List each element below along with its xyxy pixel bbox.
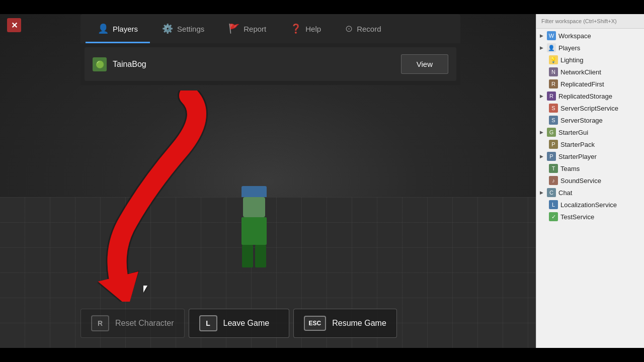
workspace-arrow-icon: ▶	[538, 33, 544, 39]
starterpack-spacer	[540, 141, 546, 147]
startergui-icon: G	[547, 128, 556, 137]
sidebar-item-serverstorage[interactable]: S ServerStorage	[536, 114, 644, 126]
serverscriptservice-label: ServerScriptService	[560, 105, 618, 112]
serverscriptservice-icon: S	[549, 104, 558, 113]
sidebar-item-starterplayer[interactable]: ▶ P StarterPlayer	[536, 150, 644, 162]
leave-key-badge: L	[199, 315, 217, 331]
sound-spacer	[540, 177, 546, 184]
tab-help-label: Help	[305, 25, 321, 33]
chat-icon: C	[547, 188, 556, 197]
chat-arrow-icon: ▶	[538, 190, 544, 196]
lighting-icon: 💡	[549, 55, 558, 64]
resume-game-button[interactable]: ESC Resume Game	[293, 309, 397, 338]
sidebar-item-teams[interactable]: T Teams	[536, 162, 644, 174]
player-character	[242, 186, 267, 267]
sidebar-filter-bar[interactable]	[536, 14, 644, 29]
help-tab-icon: ❓	[290, 23, 301, 34]
tab-settings-label: Settings	[177, 25, 204, 33]
replicatedfirst-label: ReplicatedFirst	[560, 80, 604, 88]
sidebar-item-serverscriptservice[interactable]: S ServerScriptService	[536, 102, 644, 114]
serverstorage-label: ServerStorage	[560, 117, 603, 124]
close-button[interactable]: ✕	[7, 18, 21, 32]
sidebar-item-startergui[interactable]: ▶ G StarterGui	[536, 126, 644, 138]
serverstorage-icon: S	[549, 116, 558, 125]
networkclient-spacer	[540, 69, 546, 75]
reset-character-button[interactable]: R Reset Character	[80, 309, 185, 338]
serverscript-spacer	[540, 105, 546, 111]
workspace-label: Workspace	[558, 32, 591, 40]
starterpack-label: StarterPack	[560, 141, 595, 148]
tab-report-label: Report	[244, 25, 266, 33]
sidebar-item-workspace[interactable]: ▶ W Workspace	[536, 30, 644, 42]
repstorage-arrow-icon: ▶	[538, 93, 544, 99]
tab-players-label: Players	[113, 25, 138, 33]
filter-input[interactable]	[541, 18, 639, 24]
char-leg-right	[255, 245, 266, 267]
char-head	[243, 197, 265, 217]
record-tab-icon: ⊙	[345, 23, 353, 34]
resume-game-label: Resume Game	[332, 319, 386, 328]
game-controls-bar: R Reset Character L Leave Game ESC Resum…	[80, 309, 397, 338]
sidebar-item-starterpack[interactable]: P StarterPack	[536, 138, 644, 150]
resume-key-badge: ESC	[304, 316, 327, 331]
workspace-icon: W	[547, 31, 556, 40]
lighting-spacer	[540, 57, 546, 63]
player-list: 🟢 TainaBog View	[80, 43, 460, 85]
lighting-label: Lighting	[560, 56, 584, 64]
tab-players[interactable]: 👤 Players	[86, 14, 150, 43]
players-panel: 👤 Players ⚙️ Settings 🚩 Report ❓ Help ⊙ …	[80, 14, 460, 85]
tab-record[interactable]: ⊙ Record	[333, 14, 393, 43]
starterplayer-icon: P	[547, 152, 556, 161]
teams-label: Teams	[560, 165, 580, 172]
sidebar-item-replicatedfirst[interactable]: R ReplicatedFirst	[536, 78, 644, 90]
sidebar-item-lighting[interactable]: 💡 Lighting	[536, 54, 644, 66]
sidebar-item-players[interactable]: ▶ 👤 Players	[536, 42, 644, 54]
sidebar-item-networkclient[interactable]: N NetworkClient	[536, 66, 644, 78]
explorer-sidebar: ▶ W Workspace ▶ 👤 Players 💡 Lighting N N…	[536, 14, 644, 348]
testservice-spacer	[540, 214, 546, 220]
replicatedfirst-icon: R	[549, 79, 558, 88]
testservice-icon: ✓	[549, 212, 558, 221]
networkclient-label: NetworkClient	[560, 68, 601, 76]
startergui-label: StarterGui	[558, 129, 588, 136]
starterpack-icon: P	[549, 140, 558, 149]
tab-record-label: Record	[357, 25, 381, 33]
tab-report[interactable]: 🚩 Report	[216, 14, 278, 43]
testservice-label: TestService	[560, 213, 594, 221]
reset-key-badge: R	[91, 315, 109, 331]
tab-help[interactable]: ❓ Help	[278, 14, 333, 43]
players-icon: 👤	[547, 43, 556, 52]
settings-tab-icon: ⚙️	[162, 23, 173, 34]
sidebar-item-replicatedstorage[interactable]: ▶ R ReplicatedStorage	[536, 90, 644, 102]
startergui-arrow-icon: ▶	[538, 129, 544, 135]
localizationservice-label: LocalizationService	[560, 201, 617, 209]
player-avatar: 🟢	[93, 57, 107, 71]
sidebar-item-chat[interactable]: ▶ C Chat	[536, 187, 644, 199]
char-legs	[242, 245, 267, 267]
char-hat	[242, 186, 267, 197]
teams-spacer	[540, 165, 546, 171]
soundservice-icon: ♪	[549, 176, 558, 185]
players-sidebar-label: Players	[558, 44, 580, 52]
replicatedstorage-label: ReplicatedStorage	[558, 93, 612, 100]
tab-settings[interactable]: ⚙️ Settings	[150, 14, 216, 43]
serverstorage-spacer	[540, 117, 546, 123]
reset-character-label: Reset Character	[115, 319, 174, 328]
player-row: 🟢 TainaBog View	[85, 47, 456, 81]
replicatedstorage-icon: R	[547, 92, 556, 101]
teams-icon: T	[549, 164, 558, 173]
view-player-button[interactable]: View	[401, 54, 448, 74]
players-tab-icon: 👤	[98, 23, 109, 34]
leave-game-button[interactable]: L Leave Game	[189, 309, 289, 338]
players-arrow-icon: ▶	[538, 45, 544, 51]
leave-game-label: Leave Game	[223, 319, 270, 328]
sidebar-item-soundservice[interactable]: ♪ SoundService	[536, 174, 644, 187]
sidebar-item-list: ▶ W Workspace ▶ 👤 Players 💡 Lighting N N…	[536, 29, 644, 348]
black-bar-bottom	[0, 348, 644, 362]
sidebar-item-localizationservice[interactable]: L LocalizationService	[536, 199, 644, 211]
networkclient-icon: N	[549, 67, 558, 76]
chat-label: Chat	[558, 189, 572, 197]
repfirst-spacer	[540, 81, 546, 87]
sidebar-item-testservice[interactable]: ✓ TestService	[536, 211, 644, 223]
report-tab-icon: 🚩	[228, 23, 239, 34]
